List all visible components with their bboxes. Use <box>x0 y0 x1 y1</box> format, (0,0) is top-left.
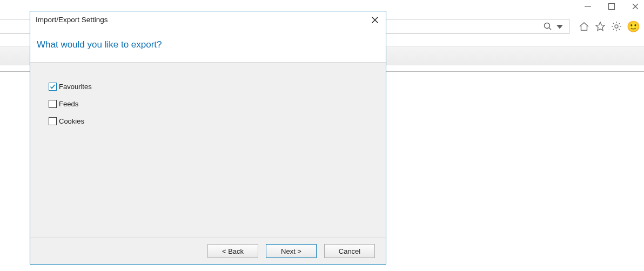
home-icon[interactable] <box>578 21 590 32</box>
checkbox-box <box>49 83 57 91</box>
window-close-button[interactable] <box>631 2 640 11</box>
svg-line-14 <box>619 23 620 24</box>
favorites-star-icon[interactable] <box>594 21 606 32</box>
svg-point-7 <box>615 25 618 28</box>
svg-line-13 <box>619 29 620 30</box>
checkbox-box <box>49 117 57 125</box>
dialog-title: Import/Export Settings <box>36 16 108 24</box>
checkbox-cookies[interactable]: Cookies <box>49 116 379 126</box>
dialog-header: What would you like to export? <box>30 29 386 63</box>
check-icon <box>50 84 56 90</box>
svg-line-12 <box>613 23 614 24</box>
dialog-body: Favourites Feeds Cookies <box>30 63 386 238</box>
svg-rect-1 <box>609 4 615 10</box>
settings-gear-icon[interactable] <box>611 21 622 32</box>
dialog-heading: What would you like to export? <box>37 39 379 50</box>
dialog-close-button[interactable] <box>370 15 380 25</box>
svg-line-5 <box>549 28 552 30</box>
svg-line-15 <box>613 29 614 30</box>
window-minimize-button[interactable] <box>583 2 592 11</box>
checkbox-favourites[interactable]: Favourites <box>49 81 379 92</box>
search-icon[interactable] <box>543 22 553 31</box>
back-button[interactable]: < Back <box>207 244 258 258</box>
checkbox-feeds[interactable]: Feeds <box>49 98 379 109</box>
dialog-titlebar: Import/Export Settings <box>30 11 386 29</box>
dialog-footer: < Back Next > Cancel <box>30 238 386 264</box>
svg-point-4 <box>545 23 550 29</box>
checkbox-label: Feeds <box>59 100 78 108</box>
next-button[interactable]: Next > <box>266 244 317 258</box>
window-maximize-button[interactable] <box>607 2 616 11</box>
checkbox-box <box>49 100 57 108</box>
checkbox-label: Cookies <box>59 117 84 125</box>
feedback-smiley-icon[interactable]: 🙂 <box>627 21 639 32</box>
search-dropdown-icon[interactable] <box>555 22 565 31</box>
import-export-dialog: Import/Export Settings What would you li… <box>30 11 386 265</box>
checkbox-label: Favourites <box>59 83 92 91</box>
svg-marker-6 <box>556 25 563 29</box>
cancel-button[interactable]: Cancel <box>324 244 375 258</box>
